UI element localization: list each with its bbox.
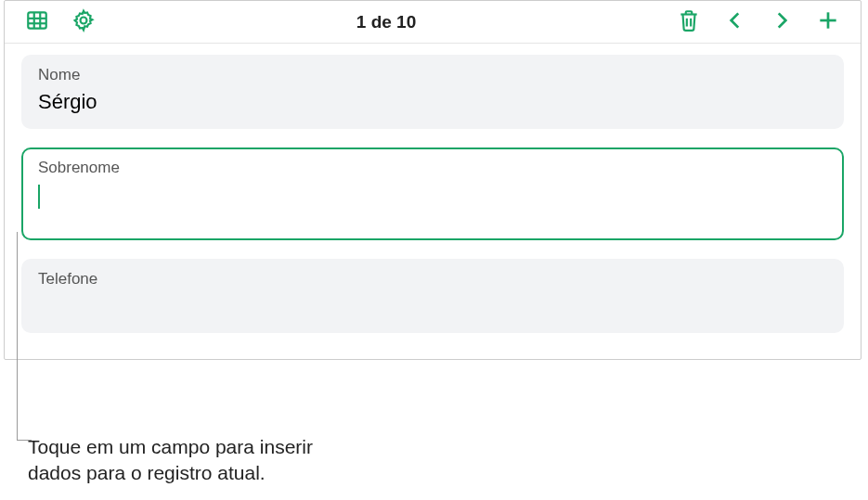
svg-point-5 xyxy=(81,17,87,23)
chevron-right-icon xyxy=(770,8,794,36)
surname-field-label: Sobrenome xyxy=(38,159,827,177)
table-view-button[interactable] xyxy=(14,5,60,40)
callout-leader-line xyxy=(17,232,32,441)
settings-button[interactable] xyxy=(60,5,107,40)
form-editor-window: 1 de 10 xyxy=(4,0,862,360)
form-area: Nome Sérgio Sobrenome Telefone xyxy=(5,44,861,359)
add-record-button[interactable] xyxy=(805,5,851,40)
gear-icon xyxy=(71,8,96,36)
name-field-card[interactable]: Nome Sérgio xyxy=(21,55,844,129)
callout-text: Toque em um campo para inserir dados par… xyxy=(28,434,362,487)
text-caret xyxy=(38,185,40,209)
name-field-value: Sérgio xyxy=(38,90,827,114)
previous-record-button[interactable] xyxy=(712,5,758,40)
trash-icon xyxy=(677,8,701,36)
plus-icon xyxy=(816,8,840,36)
surname-input[interactable] xyxy=(38,183,827,209)
table-icon xyxy=(25,8,49,36)
record-counter: 1 de 10 xyxy=(107,12,666,32)
toolbar-left-group xyxy=(14,5,107,40)
svg-rect-0 xyxy=(28,12,46,28)
chevron-left-icon xyxy=(723,8,747,36)
surname-field-card[interactable]: Sobrenome xyxy=(21,147,844,240)
delete-button[interactable] xyxy=(666,5,712,40)
name-field-label: Nome xyxy=(38,66,827,84)
toolbar-right-group xyxy=(666,5,851,40)
phone-field-card[interactable]: Telefone xyxy=(21,259,844,333)
toolbar: 1 de 10 xyxy=(5,1,861,44)
next-record-button[interactable] xyxy=(758,5,805,40)
phone-field-label: Telefone xyxy=(38,270,827,288)
